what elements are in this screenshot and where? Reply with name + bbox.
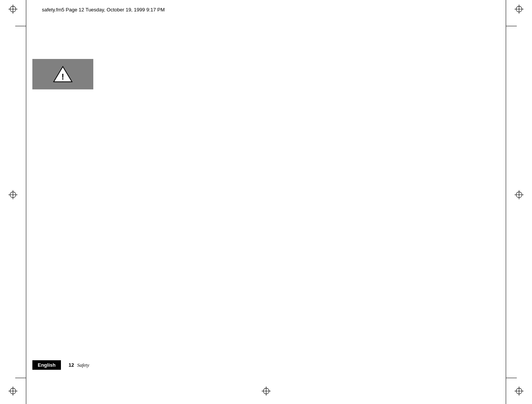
language-badge: English [32,360,61,370]
crosshair-top-right [514,5,524,14]
warning-box: ! [32,59,93,89]
page-info: 12 Safety [69,362,89,368]
tick-top-right [506,26,517,26]
svg-text:!: ! [61,72,64,81]
crosshair-bottom-center [262,387,271,396]
crosshair-top-left [8,5,18,14]
footer: English 12 Safety [32,360,89,370]
page-title: Safety [77,362,89,368]
crosshair-middle-left [8,190,18,199]
crosshair-middle-right [514,190,524,199]
tick-bottom-right [506,378,517,378]
tick-bottom-left [15,378,26,378]
page-number: 12 [69,362,74,368]
warning-triangle-icon: ! [53,65,73,83]
header-metadata: safety.fm5 Page 12 Tuesday, October 19, … [42,7,165,13]
crosshair-bottom-right [514,387,524,396]
crosshair-bottom-left [8,387,18,396]
right-border [506,0,506,404]
left-border [26,0,26,404]
tick-top-left [15,26,26,26]
